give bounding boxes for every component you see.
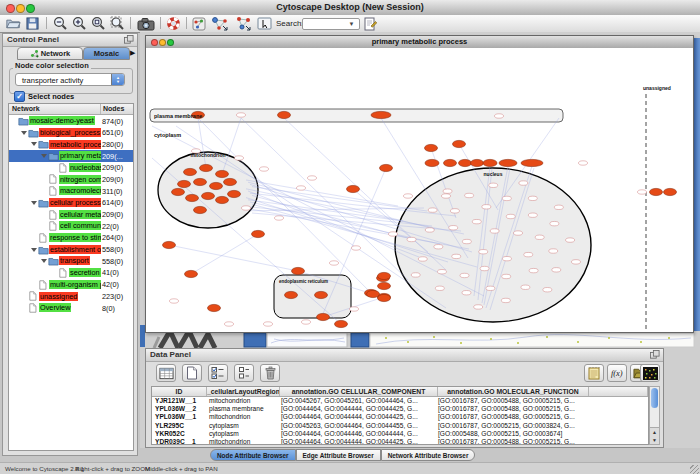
table-row[interactable]: YLR295Ccytoplasm[GO:0045263, GO:0044464,… — [152, 422, 648, 430]
node-small[interactable] — [452, 254, 461, 258]
table-cell[interactable]: cytoplasm — [206, 430, 278, 438]
node[interactable] — [216, 170, 229, 177]
node-small[interactable] — [514, 231, 523, 235]
search-config-icon[interactable] — [362, 16, 378, 31]
node-small[interactable] — [352, 246, 361, 250]
node[interactable] — [664, 188, 677, 195]
node[interactable] — [347, 185, 360, 192]
node[interactable] — [194, 206, 207, 213]
node-small[interactable] — [411, 273, 420, 277]
node-small[interactable] — [389, 232, 398, 236]
node-small[interactable] — [442, 194, 451, 198]
table-cell[interactable]: mitochondrion — [206, 413, 278, 421]
tree-expand-arrow-icon[interactable] — [41, 154, 47, 158]
tree-row[interactable]: biological_process651(0) — [9, 127, 133, 139]
tree-row[interactable]: establishment of lo558(0) — [9, 244, 133, 256]
node-small[interactable] — [260, 167, 269, 171]
node[interactable] — [202, 192, 215, 199]
node[interactable] — [444, 159, 457, 166]
node-small[interactable] — [275, 216, 284, 220]
node-small[interactable] — [571, 260, 580, 264]
node-small[interactable] — [302, 320, 311, 324]
resize-grip[interactable] — [690, 465, 699, 474]
table-cell[interactable]: [GO:0016787, GO:0005488, GO:0005215, G..… — [435, 405, 585, 413]
node-small[interactable] — [474, 305, 483, 309]
node-small[interactable] — [264, 322, 273, 326]
node[interactable] — [367, 290, 380, 297]
apply-layout-alt-icon[interactable] — [234, 16, 254, 31]
table-cell[interactable]: mitochondrion — [206, 397, 278, 405]
tree-row-label[interactable]: cell communicat — [59, 221, 101, 230]
save-session-icon[interactable] — [24, 16, 40, 31]
dropdown-stepper-icon[interactable]: ▲▼ — [111, 74, 124, 85]
node-small[interactable] — [462, 291, 471, 295]
attribute-table-header[interactable]: ID _cellularLayoutRegion annotation.GO C… — [152, 387, 648, 397]
node-small[interactable] — [552, 268, 561, 272]
table-row[interactable]: YPL036W__2plasma membrane[GO:0044464, GO… — [152, 405, 648, 413]
scrollbar-thumb[interactable] — [651, 388, 658, 408]
more-tabs-arrow-icon[interactable]: ▶ — [130, 49, 135, 57]
zoom-selected-icon[interactable] — [90, 16, 106, 31]
table-cell[interactable]: [GO:0045267, GO:0045261, GO:0044464, G..… — [278, 397, 435, 405]
node-small[interactable] — [242, 206, 251, 210]
tree-row-label[interactable]: macromolecule — [59, 186, 101, 195]
close-window-button[interactable] — [6, 4, 15, 13]
minimize-window-button[interactable] — [16, 4, 25, 13]
tree-expand-arrow-icon[interactable] — [31, 142, 37, 146]
search-dropdown-arrow-icon[interactable]: ▼ — [347, 18, 356, 30]
node[interactable] — [371, 111, 391, 118]
node-small[interactable] — [330, 261, 339, 265]
table-cell[interactable]: plasma membrane — [206, 405, 278, 413]
tree-row[interactable]: response to stimulu264(0) — [9, 232, 133, 244]
node-small[interactable] — [543, 288, 552, 292]
col-go-cellular-component[interactable]: annotation.GO CELLULAR_COMPONENT — [280, 387, 438, 396]
table-cell[interactable]: cytoplasm — [206, 422, 278, 430]
node-small[interactable] — [479, 250, 488, 254]
node[interactable] — [278, 111, 291, 118]
node-small[interactable] — [490, 229, 499, 233]
node[interactable] — [378, 272, 391, 279]
tree-row[interactable]: secretion41(0) — [9, 267, 133, 279]
apply-layout-icon[interactable] — [210, 16, 230, 31]
node-small[interactable] — [308, 176, 317, 180]
node-small[interactable] — [489, 183, 498, 187]
tree-row-label[interactable]: establishment of lo — [49, 245, 101, 254]
node[interactable] — [471, 159, 484, 166]
table-row[interactable]: YPL036W__1mitochondrion[GO:0044464, GO:0… — [152, 413, 648, 421]
tab-network-attribute-browser[interactable]: Network Attribute Browser — [381, 449, 476, 461]
col-cellular-layout-region[interactable]: _cellularLayoutRegion — [207, 387, 280, 396]
table-cell[interactable]: [GO:0044464, GO:0044444, GO:0044425, G..… — [278, 413, 435, 421]
tree-row-label[interactable]: biological_process — [39, 128, 101, 137]
col-go-molecular-function[interactable]: annotation.GO MOLECULAR_FUNCTION — [438, 387, 589, 396]
node-small[interactable] — [170, 299, 179, 303]
node[interactable] — [172, 188, 185, 195]
tree-row[interactable]: cell communicat22(0) — [9, 220, 133, 232]
node-small[interactable] — [502, 256, 511, 260]
zoom-in-icon[interactable] — [71, 16, 87, 31]
window-titlebar[interactable]: Cytoscape Desktop (New Session) — [0, 0, 700, 16]
table-cell[interactable]: [GO:0016787, GO:0005215, GO:0003824, G..… — [435, 422, 585, 430]
node[interactable] — [228, 190, 241, 197]
delete-attribute-trash-icon[interactable] — [260, 364, 280, 382]
tree-row-label[interactable]: transport — [59, 256, 90, 265]
node-small[interactable] — [428, 208, 437, 212]
node[interactable] — [425, 144, 438, 151]
network-minimize-button[interactable] — [159, 39, 166, 46]
select-attributes-icon[interactable] — [208, 364, 228, 382]
node-small[interactable] — [529, 268, 538, 272]
tree-row[interactable]: mosaic-demo-yeast874(0) — [9, 115, 133, 127]
node-small[interactable] — [443, 189, 452, 193]
table-cell[interactable]: [GO:0044464, GO:0044444, GO:0044425, G..… — [278, 438, 435, 445]
tree-row-label[interactable]: multi-organism pro — [49, 280, 101, 289]
col-id[interactable]: ID — [152, 387, 207, 396]
table-cell[interactable]: YJR121W__1 — [152, 397, 206, 405]
node[interactable] — [252, 230, 265, 237]
table-cell[interactable]: YPL036W__2 — [152, 405, 206, 413]
node-small[interactable] — [486, 286, 495, 290]
tree-row-label[interactable]: nitrogen compo — [59, 175, 101, 184]
node-small[interactable] — [434, 245, 443, 249]
tree-row[interactable]: unassigned223(0) — [9, 290, 133, 302]
scrollbar-arrows[interactable]: ▲▼ — [650, 427, 659, 444]
table-cell[interactable]: [GO:0016787, GO:0005488, GO:0005215, G..… — [435, 413, 585, 421]
node[interactable] — [285, 291, 298, 298]
